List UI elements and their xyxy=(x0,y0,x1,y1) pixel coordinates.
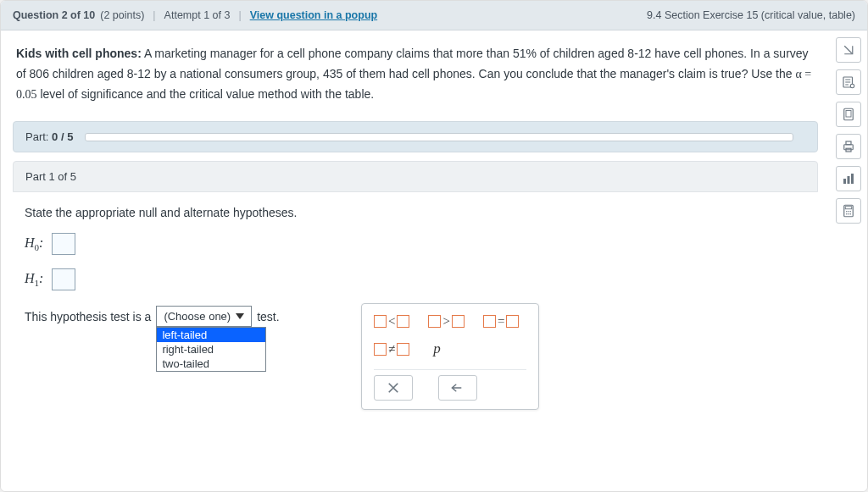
h0-label: H0: xyxy=(25,235,43,252)
calculator-icon xyxy=(841,203,856,218)
problem-statement: Kids with cell phones: A marketing manag… xyxy=(13,39,818,119)
undo-icon xyxy=(450,380,465,395)
h0-input[interactable] xyxy=(52,233,75,255)
dropdown-option-two-tailed[interactable]: two-tailed xyxy=(157,357,265,371)
notes-button[interactable] xyxy=(836,69,861,95)
chevron-down-icon xyxy=(236,313,244,319)
h1-row: H1: xyxy=(25,268,806,290)
attempt-count: Attempt 1 of 3 xyxy=(164,9,231,21)
question-number: Question 2 of 10 xyxy=(13,9,95,21)
svg-rect-4 xyxy=(844,145,854,150)
tool-rail xyxy=(830,30,867,487)
svg-point-12 xyxy=(846,211,848,213)
svg-rect-8 xyxy=(848,176,850,184)
problem-body-2: level of significance and the critical v… xyxy=(37,87,375,101)
problem-title: Kids with cell phones: xyxy=(16,47,142,60)
assessment-page: Question 2 of 10 (2 points) | Attempt 1 … xyxy=(0,0,868,492)
svg-point-16 xyxy=(848,213,849,215)
part-progress-label: Part: 0 / 5 xyxy=(25,130,73,143)
svg-rect-11 xyxy=(845,207,852,209)
test-sentence-pre: This hypothesis test is a xyxy=(25,310,151,323)
dropdown-option-left-tailed[interactable]: left-tailed xyxy=(157,328,265,342)
h1-label: H1: xyxy=(25,271,43,288)
svg-point-14 xyxy=(850,211,852,213)
svg-point-1 xyxy=(850,84,854,88)
calculator-button[interactable] xyxy=(836,198,861,224)
h0-row: H0: xyxy=(25,233,806,255)
symbol-palette: < > = ≠ p xyxy=(361,303,539,410)
palette-clear-button[interactable] xyxy=(374,375,413,401)
part-prompt: State the appropriate null and alternate… xyxy=(25,206,806,219)
print-icon xyxy=(841,139,856,154)
dropdown-options: left-tailed right-tailed two-tailed xyxy=(156,327,266,372)
palette-lt-button[interactable]: < xyxy=(374,314,409,329)
ebook-icon xyxy=(841,107,856,122)
print-button[interactable] xyxy=(836,134,861,159)
svg-point-17 xyxy=(850,213,852,215)
question-points: (2 points) xyxy=(100,9,144,21)
progress-track xyxy=(85,133,793,141)
palette-ne-button[interactable]: ≠ xyxy=(374,340,409,357)
separator: | xyxy=(153,9,155,21)
part-header: Part 1 of 5 xyxy=(13,161,818,192)
palette-p-button[interactable]: p xyxy=(428,340,446,357)
separator: | xyxy=(238,9,241,21)
question-header: Question 2 of 10 (2 points) | Attempt 1 … xyxy=(1,1,867,30)
test-type-dropdown[interactable]: (Choose one) xyxy=(156,306,252,327)
question-main: Kids with cell phones: A marketing manag… xyxy=(1,30,830,487)
h1-input[interactable] xyxy=(52,268,75,290)
svg-rect-7 xyxy=(843,179,846,184)
svg-point-15 xyxy=(846,213,848,215)
stats-button[interactable] xyxy=(836,166,861,191)
palette-eq-button[interactable]: = xyxy=(483,314,519,329)
close-icon xyxy=(386,380,401,395)
dropdown-placeholder: (Choose one) xyxy=(164,310,231,323)
test-sentence-post: test. xyxy=(257,310,279,323)
skip-button[interactable] xyxy=(836,37,861,63)
svg-point-13 xyxy=(848,211,849,213)
view-in-popup-link[interactable]: View question in a popup xyxy=(250,9,377,21)
palette-undo-button[interactable] xyxy=(438,375,477,401)
dropdown-option-right-tailed[interactable]: right-tailed xyxy=(157,342,265,357)
notes-icon xyxy=(841,75,856,90)
part-progress-bar: Part: 0 / 5 xyxy=(13,121,818,152)
palette-gt-button[interactable]: > xyxy=(428,314,464,329)
exercise-reference: 9.4 Section Exercise 15 (critical value,… xyxy=(647,9,855,21)
ebook-button[interactable] xyxy=(836,102,861,127)
stats-icon xyxy=(841,171,856,186)
skip-icon xyxy=(841,42,856,58)
svg-rect-3 xyxy=(846,111,851,118)
svg-rect-9 xyxy=(851,174,854,184)
svg-rect-5 xyxy=(846,141,851,145)
